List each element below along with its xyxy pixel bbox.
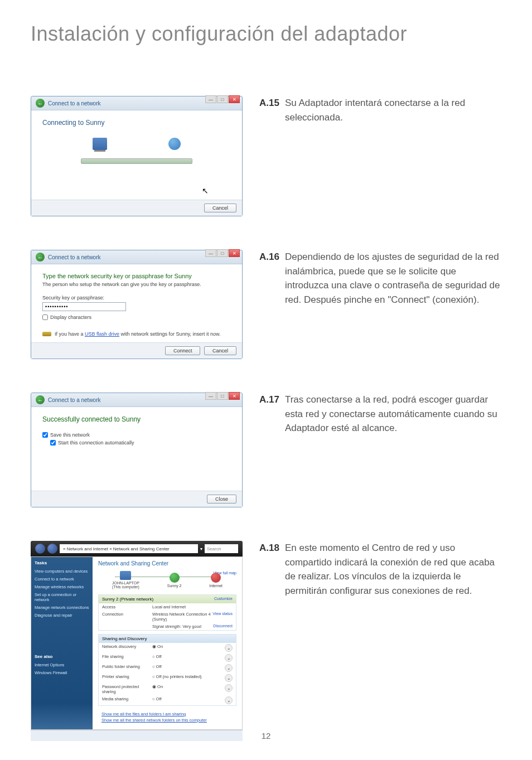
window-controls: — □ ✕	[205, 249, 240, 257]
step-number: A.16	[259, 250, 279, 307]
cancel-button[interactable]: Cancel	[204, 346, 236, 355]
diag-network-label: Sunny 2	[167, 584, 182, 588]
maximize-button[interactable]: □	[217, 249, 228, 257]
checkbox-input[interactable]	[50, 440, 56, 446]
close-button[interactable]: ✕	[229, 95, 240, 103]
access-label: Access	[102, 604, 152, 609]
dialog-header-text: Connect to a network	[48, 254, 101, 260]
connection-value: Wireless Network Connection 4 (Sunny)	[152, 612, 211, 622]
connect-button[interactable]: Connect	[165, 346, 201, 355]
expand-icon[interactable]: ⌄	[225, 644, 233, 652]
seealso-header: See also	[35, 654, 89, 659]
sidebar-task[interactable]: View computers and devices	[35, 569, 89, 574]
dialog-heading: Type the network security key or passphr…	[42, 273, 231, 279]
maximize-button[interactable]: □	[217, 95, 228, 103]
auto-connect-checkbox[interactable]: Start this connection automatically	[50, 440, 231, 446]
sharing-row: Network discovery ◉ On ⌄	[99, 643, 236, 653]
back-arrow-icon[interactable]: ←	[36, 253, 45, 262]
success-heading: Successfully connected to Sunny	[42, 415, 231, 423]
connection-label: Connection	[102, 612, 152, 622]
window-controls: — □ ✕	[205, 95, 240, 103]
expand-icon[interactable]: ⌄	[225, 696, 233, 704]
sidebar-seealso[interactable]: Windows Firewall	[35, 670, 89, 675]
save-network-checkbox[interactable]: Save this network	[42, 432, 231, 438]
expand-icon[interactable]: ⌄	[225, 654, 233, 662]
step-body: Su Adaptador intentará conectarse a la r…	[285, 96, 501, 124]
checkbox-input[interactable]	[42, 314, 48, 320]
diag-internet-label: Internet	[209, 584, 223, 588]
search-input[interactable]: Search	[205, 544, 238, 553]
step-a15-text: A.15 Su Adaptador intentará conectarse a…	[259, 96, 501, 124]
window-controls: — □ ✕	[205, 392, 240, 400]
sharing-title: Sharing and Discovery	[102, 636, 147, 641]
connecting-text: Connecting to Sunny	[42, 119, 231, 127]
minimize-button[interactable]: —	[205, 392, 216, 400]
close-button[interactable]: Close	[207, 495, 236, 504]
sidebar-task[interactable]: Manage wireless networks	[35, 584, 89, 589]
sidebar-task[interactable]: Set up a connection or network	[35, 592, 89, 602]
passphrase-label: Security key or passphrase:	[42, 295, 231, 301]
back-arrow-icon[interactable]: ←	[36, 99, 45, 108]
sidebar-seealso[interactable]: Internet Options	[35, 662, 89, 667]
display-chars-checkbox[interactable]: Display characters	[42, 314, 231, 320]
tasks-header: Tasks	[35, 560, 89, 565]
back-arrow-icon[interactable]: ←	[36, 395, 45, 404]
access-value: Local and Internet	[152, 604, 233, 609]
screenshot-a16: — □ ✕ ← Connect to a network Type the ne…	[31, 250, 243, 359]
step-body: Tras conectarse a la red, podrá escoger …	[285, 393, 501, 435]
cursor-icon: ↖	[202, 186, 209, 195]
page-number: 12	[0, 731, 532, 740]
diag-computer-sub: (This computer)	[112, 585, 139, 589]
usb-link[interactable]: USB flash drive	[85, 331, 119, 337]
view-status-link[interactable]: View status	[212, 612, 233, 622]
sidebar-task[interactable]: Connect to a network	[35, 577, 89, 582]
close-button[interactable]: ✕	[229, 392, 240, 400]
cancel-button[interactable]: Cancel	[204, 204, 236, 212]
step-number: A.15	[259, 96, 279, 124]
step-body: En este momento el Centro de red y uso c…	[285, 541, 501, 598]
page-title: Instalación y configuración del adaptado…	[31, 22, 501, 46]
close-button[interactable]: ✕	[229, 249, 240, 257]
screenshot-a15: — □ ✕ ← Connect to a network Connecting …	[31, 96, 243, 216]
section-a16: — □ ✕ ← Connect to a network Type the ne…	[31, 250, 501, 359]
explorer-titlebar: « Network and Internet » Network and Sha…	[31, 541, 243, 556]
sharing-row: Printer sharing ○ Off (no printers insta…	[99, 673, 236, 683]
customize-link[interactable]: Customize	[214, 597, 233, 602]
step-a16-text: A.16 Dependiendo de los ajustes de segur…	[259, 250, 501, 307]
dialog-header-text: Connect to a network	[48, 100, 101, 107]
expand-icon[interactable]: ⌄	[225, 664, 233, 672]
computer-icon	[120, 571, 131, 580]
disconnect-link[interactable]: Disconnect	[213, 624, 233, 629]
step-number: A.18	[259, 541, 279, 598]
address-bar[interactable]: « Network and Internet » Network and Sha…	[60, 544, 198, 553]
maximize-button[interactable]: □	[217, 392, 228, 400]
show-files-link[interactable]: Show me all the files and folders I am s…	[101, 711, 233, 717]
network-name: Sunny 2 (Private network)	[102, 597, 153, 602]
checkbox-input[interactable]	[42, 432, 48, 438]
expand-icon[interactable]: ⌄	[225, 674, 233, 682]
main-title: Network and Sharing Center	[98, 560, 236, 567]
section-a17: — □ ✕ ← Connect to a network Successfull…	[31, 393, 501, 507]
dialog-subtitle: The person who setup the network can giv…	[42, 282, 231, 287]
sharing-row: Media sharing ○ Off ⌄	[99, 695, 236, 705]
nav-back-icon[interactable]	[35, 544, 45, 554]
sidebar-task[interactable]: Diagnose and repair	[35, 613, 89, 618]
globe-icon	[168, 138, 181, 150]
show-folders-link[interactable]: Show me all the shared network folders o…	[101, 718, 233, 723]
minimize-button[interactable]: —	[205, 249, 216, 257]
checkbox-label: Save this network	[50, 432, 90, 438]
passphrase-input[interactable]	[42, 302, 126, 311]
step-a17-text: A.17 Tras conectarse a la red, podrá esc…	[259, 393, 501, 435]
sharing-row: Public folder sharing ○ Off ⌄	[99, 663, 236, 673]
checkbox-label: Start this connection automatically	[58, 440, 134, 446]
nav-forward-icon[interactable]	[47, 544, 57, 554]
expand-icon[interactable]: ⌄	[225, 684, 233, 692]
sharing-row: Password protected sharing ◉ On ⌄	[99, 683, 236, 695]
sidebar-task[interactable]: Manage network connections	[35, 605, 89, 610]
step-a18-text: A.18 En este momento el Centro de red y …	[259, 541, 501, 598]
screenshot-a18: « Network and Internet » Network and Sha…	[31, 541, 243, 741]
minimize-button[interactable]: —	[205, 95, 216, 103]
step-body: Dependiendo de los ajustes de seguridad …	[285, 250, 501, 307]
usb-hint: If you have a USB flash drive with netwo…	[42, 331, 231, 337]
section-a15: — □ ✕ ← Connect to a network Connecting …	[31, 96, 501, 216]
